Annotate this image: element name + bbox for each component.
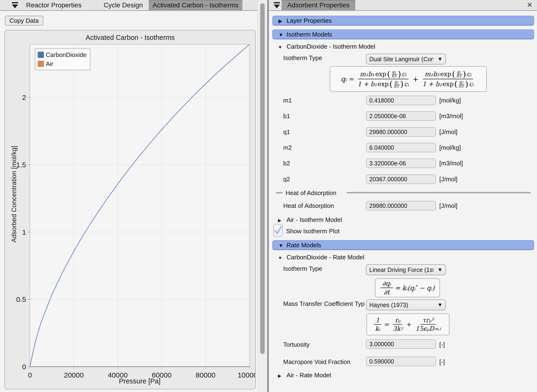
isotherm-type-select[interactable]: Dual Site Langmuir (Con ▼ bbox=[366, 54, 446, 65]
isotherm-chart-panel: Activated Carbon - Isotherms 02000040000… bbox=[5, 30, 256, 389]
eq-term2: m₂b₂ exp ( q₂RT ) cᵢ 1 + b₂ exp ( q₂RT )… bbox=[421, 70, 476, 88]
eq-frac-den: ∂t bbox=[384, 289, 390, 296]
rate-isotherm-type-label: Isotherm Type bbox=[283, 265, 322, 272]
dock-panel-icon[interactable] bbox=[273, 2, 280, 9]
legend-swatch-air bbox=[38, 61, 44, 67]
b1-label: b1 bbox=[283, 112, 290, 120]
eq-text: − qᵢ) bbox=[417, 284, 435, 292]
check-icon bbox=[274, 224, 282, 236]
q2-input[interactable] bbox=[366, 174, 436, 184]
vertical-scrollbar-track[interactable] bbox=[257, 0, 268, 392]
eq-exp: exp bbox=[378, 80, 389, 88]
subsection-title: CarbonDioxide - Isotherm Model bbox=[287, 43, 375, 50]
subsection-title: CarbonDioxide - Rate Model bbox=[287, 254, 364, 261]
rate-isotherm-type-select[interactable]: Linear Driving Force (1st ▼ bbox=[366, 264, 446, 275]
section-isotherm-models[interactable]: ▼Isotherm Models bbox=[272, 29, 534, 39]
m1-input[interactable] bbox=[366, 96, 436, 105]
eq-text: m₂b₂ bbox=[425, 70, 440, 78]
dropdown-arrow-icon: ▼ bbox=[437, 54, 443, 64]
haynes-equation: 1 kᵢ = rₚ 3kf + τrₚ² 15ϵₚDm,i bbox=[366, 313, 449, 335]
m1-unit: [mol/kg] bbox=[439, 97, 461, 104]
selected-option: Dual Site Langmuir (Con bbox=[369, 54, 433, 64]
eq-paren: ) bbox=[400, 80, 403, 88]
section-layer-properties[interactable]: ▶Layer Properties bbox=[272, 16, 534, 26]
ldf-equation: ∂qᵢ ∂t = kᵢ(qᵢ* − qᵢ) bbox=[375, 278, 440, 297]
panel-splitter[interactable] bbox=[267, 0, 269, 392]
eq-equals: = bbox=[384, 321, 389, 328]
close-icon[interactable]: ✕ bbox=[525, 0, 535, 9]
legend-label: CarbonDioxide bbox=[46, 51, 87, 59]
eq-text: 1 + b₂ bbox=[422, 80, 442, 88]
eq-frac-num: q₁ bbox=[392, 70, 397, 74]
subsection-co2-rate-model[interactable]: ▼CarbonDioxide - Rate Model bbox=[278, 253, 364, 261]
eq-paren: ) bbox=[463, 70, 466, 78]
eq-rhs: = kᵢ(qᵢ* − qᵢ) bbox=[395, 284, 435, 292]
m2-input[interactable] bbox=[366, 143, 436, 152]
tab-adsorbent-properties[interactable]: Adsorbent Properties bbox=[282, 0, 355, 10]
mass-transfer-coefficient-type-select[interactable]: Haynes (1973) ▼ bbox=[366, 299, 446, 310]
subsection-co2-isotherm-model[interactable]: ▼CarbonDioxide - Isotherm Model bbox=[278, 43, 375, 50]
macropore-void-fraction-unit: [-] bbox=[439, 358, 445, 366]
eq-frac-num: q₁ bbox=[394, 80, 399, 84]
eq-paren: ( bbox=[452, 70, 455, 78]
y-tick-label: 1 bbox=[22, 228, 26, 236]
eq-frac-den: kᵢ bbox=[375, 325, 380, 332]
b2-input[interactable] bbox=[366, 159, 436, 168]
chevron-down-icon: ▼ bbox=[278, 254, 287, 262]
eq-paren: ) bbox=[465, 80, 468, 88]
eq-text: cᵢ bbox=[404, 80, 409, 88]
dual-site-langmuir-equation: qᵢ = m₁b₁ exp ( q₁RT ) cᵢ 1 + b₁ exp ( q… bbox=[330, 66, 487, 92]
eq-lhs-frac: 1 kᵢ bbox=[373, 317, 382, 332]
eq-frac-1: rₚ 3kf bbox=[391, 317, 404, 332]
show-isotherm-plot-checkbox[interactable] bbox=[273, 224, 283, 237]
macropore-void-fraction-label: Macropore Void Fraction bbox=[283, 358, 350, 366]
eq-frac-num: ∂qᵢ bbox=[382, 280, 391, 287]
eq-frac-den: RT bbox=[393, 84, 399, 89]
eq-plus: + bbox=[406, 321, 412, 328]
eq-sup: * bbox=[415, 284, 417, 289]
eq-text: 1 + b₁ bbox=[357, 80, 377, 88]
chevron-right-icon: ▶ bbox=[278, 372, 287, 380]
b1-unit: [m3/mol] bbox=[439, 112, 463, 120]
m2-label: m2 bbox=[283, 144, 292, 151]
dropdown-arrow-icon: ▼ bbox=[437, 265, 443, 275]
eq-text: m₁b₁ bbox=[360, 70, 375, 78]
heat-of-adsorption-input[interactable] bbox=[366, 201, 436, 210]
eq-frac: ∂qᵢ ∂t bbox=[380, 280, 393, 296]
eq-frac-num: τrₚ² bbox=[422, 317, 434, 324]
q1-input[interactable] bbox=[366, 127, 436, 137]
eq-sub: m,i bbox=[435, 327, 441, 331]
right-tab-bar: Adsorbent Properties ✕ bbox=[269, 0, 537, 11]
selected-option: Haynes (1973) bbox=[369, 300, 433, 310]
q2-unit: [J/mol] bbox=[439, 175, 458, 183]
legend-swatch-carbondioxide bbox=[38, 52, 44, 58]
eq-exp: exp bbox=[375, 70, 386, 78]
tab-reactor-properties[interactable]: Reactor Properties bbox=[26, 0, 81, 10]
legend-item: CarbonDioxide bbox=[38, 50, 87, 59]
copy-data-button[interactable]: Copy Data bbox=[5, 16, 43, 26]
eq-frac-num: 1 bbox=[376, 317, 380, 324]
eq-exp: exp bbox=[443, 80, 454, 88]
eq-sub: f bbox=[401, 327, 403, 331]
eq-frac-den: 3k bbox=[393, 325, 400, 332]
heat-of-adsorption-unit: [J/mol] bbox=[439, 202, 458, 210]
tab-cycle-design[interactable]: Cycle Design bbox=[104, 0, 143, 10]
eq-term1: m₁b₁ exp ( q₁RT ) cᵢ 1 + b₁ exp ( q₁RT )… bbox=[356, 70, 411, 88]
subsection-air-rate-model[interactable]: ▶Air - Rate Model bbox=[278, 371, 331, 379]
y-tick-label: 0 bbox=[22, 363, 26, 371]
eq-frac-num: q₂ bbox=[457, 70, 462, 74]
tortuosity-input[interactable] bbox=[366, 339, 436, 349]
section-title: Rate Models bbox=[287, 242, 321, 249]
b1-input[interactable] bbox=[366, 111, 436, 121]
subsection-air-isotherm-model[interactable]: ▶Air - Isotherm Model bbox=[278, 216, 342, 224]
tortuosity-unit: [-] bbox=[439, 341, 445, 348]
macropore-void-fraction-input[interactable] bbox=[366, 357, 436, 366]
eq-equals: = bbox=[348, 75, 354, 83]
chart-y-axis-label: Adsorbed Concentration [mol/kg] bbox=[10, 146, 18, 243]
eq-exp: exp bbox=[440, 70, 451, 78]
eq-paren: ( bbox=[454, 80, 457, 88]
section-rate-models[interactable]: ▼Rate Models bbox=[272, 240, 534, 250]
tab-activated-carbon-isotherms[interactable]: Activated Carbon - Isotherms bbox=[149, 0, 242, 10]
vertical-scrollbar-thumb[interactable] bbox=[260, 3, 265, 354]
dock-panel-icon[interactable] bbox=[11, 2, 19, 9]
